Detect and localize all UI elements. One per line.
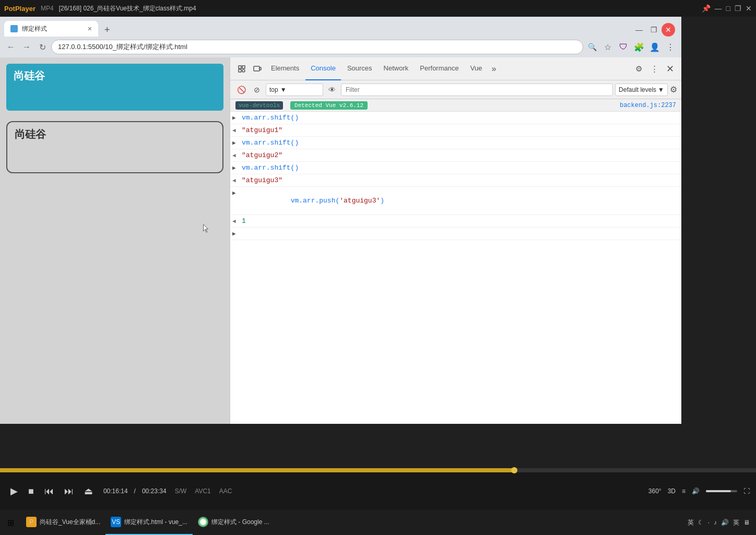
close-icon[interactable]: ✕ (746, 4, 752, 13)
console-row: ▶ vm.arr.shift() (230, 112, 681, 124)
zoom-icon[interactable]: 🔍 (585, 40, 599, 54)
devtools-close-button[interactable]: ✕ (663, 62, 677, 76)
shield-icon[interactable]: 🛡 (617, 40, 630, 54)
console-input-text: vm.arr.shift() (242, 113, 679, 123)
media-subtitle-icon[interactable]: ≡ (682, 488, 686, 495)
refresh-button[interactable]: ↻ (36, 40, 49, 54)
taskbar-item-chrome[interactable]: 绑定样式 - Google ... (193, 510, 275, 535)
tab-sources[interactable]: Sources (342, 57, 377, 80)
output-arrow: ◀ (232, 175, 242, 184)
stop-button[interactable]: ■ (24, 484, 38, 499)
restore-icon[interactable]: ❐ (735, 4, 741, 13)
play-button[interactable]: ▶ (6, 483, 22, 499)
svg-rect-0 (239, 66, 241, 68)
console-input-text: vm.arr.shift() (242, 138, 679, 148)
extensions-icon[interactable]: 🧩 (632, 40, 646, 54)
mouse-cursor (203, 224, 211, 233)
log-level-dropdown-icon: ▼ (658, 86, 664, 93)
total-time: 00:23:34 (142, 488, 167, 495)
taskbar-chrome-icon (198, 517, 208, 527)
media-fullscreen-icon[interactable]: ⛶ (743, 488, 750, 495)
video-codec: AVC1 (195, 488, 210, 495)
eye-button[interactable]: 👁 (325, 83, 339, 97)
volume-tray-icon[interactable]: 🔊 (721, 519, 729, 526)
console-output-text: "atguigu2" (242, 150, 679, 160)
browser-content: 尚硅谷 尚硅谷 Elements Console Sour (0, 57, 681, 424)
video-format: S/W (175, 488, 187, 495)
backend-link[interactable]: backend.js:2237 (620, 102, 676, 109)
media-buttons: ▶ ■ ⏮ ⏭ ⏏ 00:16:14 / 00:23:34 S/W AVC1 A… (0, 472, 756, 510)
media-volume-icon[interactable]: 🔊 (692, 488, 700, 495)
address-bar: ← → ↻ 🔍 ☆ 🛡 🧩 👤 ⋮ (0, 37, 681, 57)
monitor-icon[interactable]: 🖥 (743, 519, 750, 526)
filter-input[interactable] (341, 84, 613, 96)
context-dropdown-icon: ▼ (280, 86, 287, 93)
browser-restore[interactable]: ❐ (647, 23, 660, 37)
tab-vue[interactable]: Vue (465, 57, 488, 80)
svg-rect-2 (239, 69, 241, 72)
expand-arrow[interactable]: ▶ (232, 163, 242, 171)
tab-performance[interactable]: Performance (415, 57, 464, 80)
devtools-inspect-icon[interactable] (234, 62, 249, 76)
address-input[interactable] (51, 40, 583, 54)
console-settings-icon[interactable]: ⚙ (670, 85, 677, 94)
windows-icon: ⊞ (7, 518, 14, 528)
browser-window: 绑定样式 × + — ❐ ✕ ← → ↻ 🔍 ☆ 🛡 🧩 👤 ⋮ 尚硅谷 (0, 17, 681, 424)
profile-icon[interactable]: 👤 (648, 40, 662, 54)
volume-bar[interactable] (706, 490, 737, 492)
expand-arrow[interactable]: ▶ (232, 113, 242, 121)
prev-button[interactable]: ⏮ (40, 484, 58, 499)
potplayer-logo: PotPlayer (4, 5, 36, 13)
context-label: top (269, 86, 278, 93)
console-row[interactable]: ▶ (230, 228, 681, 240)
browser-close[interactable]: ✕ (662, 23, 675, 37)
tab-network[interactable]: Network (379, 57, 414, 80)
progress-knob[interactable] (511, 467, 517, 473)
taskbar-item-vscode[interactable]: VS 绑定样式.html - vue_... (105, 510, 193, 535)
code-part: ) (380, 197, 384, 205)
bookmark-icon[interactable]: ☆ (601, 40, 615, 54)
vue-outline-text: 尚硅谷 (15, 127, 46, 141)
devtools-settings-icon[interactable]: ⚙ (631, 62, 646, 76)
tab-elements[interactable]: Elements (266, 57, 304, 80)
expand-arrow: ▶ (232, 229, 242, 237)
maximize-icon[interactable]: □ (726, 4, 730, 13)
taskbar-system-tray: 英 ☾ · ♪ 🔊 英 🖥 (688, 518, 756, 527)
forward-button[interactable]: → (20, 40, 33, 54)
browser-minimize[interactable]: — (632, 23, 646, 37)
back-button[interactable]: ← (4, 40, 18, 54)
progress-bar[interactable] (0, 468, 756, 472)
output-arrow: ◀ (232, 150, 242, 159)
eject-button[interactable]: ⏏ (80, 483, 97, 499)
devtools-responsive-icon[interactable] (250, 62, 265, 76)
more-tabs-button[interactable]: » (488, 57, 499, 80)
minimize-icon[interactable]: — (715, 4, 722, 13)
expand-arrow[interactable]: ▶ (232, 138, 242, 146)
log-level-selector[interactable]: Default levels ▼ (615, 84, 668, 96)
potplayer-format: MP4 (41, 5, 54, 12)
taskbar-item-potplayer[interactable]: P 尚硅谷_Vue全家桶d... (21, 510, 105, 535)
console-prompt[interactable] (242, 229, 679, 239)
tab-favicon (10, 25, 18, 32)
start-button[interactable]: ⊞ (0, 510, 21, 535)
context-selector[interactable]: top ▼ (266, 84, 323, 96)
menu-icon[interactable]: ⋮ (664, 40, 677, 54)
progress-fill (0, 468, 514, 472)
active-tab[interactable]: 绑定样式 × (4, 21, 98, 37)
tab-console[interactable]: Console (305, 57, 341, 80)
vue-devtools-banner: vue-devtools Detected Vue v2.6.12 backen… (230, 99, 681, 112)
current-time: 00:16:14 (103, 488, 128, 495)
console-pause-button[interactable]: ⊘ (250, 83, 264, 97)
devtools-more-icon[interactable]: ⋮ (647, 62, 662, 76)
dot-icon: · (708, 519, 710, 526)
console-output-text: "atguigu1" (242, 125, 679, 135)
console-row: ◀ "atguigu2" (230, 149, 681, 162)
tab-close-button[interactable]: × (88, 25, 92, 33)
new-tab-button[interactable]: + (100, 23, 114, 37)
console-clear-button[interactable]: 🚫 (234, 83, 248, 97)
potplayer-titlebar: PotPlayer MP4 [26/168] 026_尚硅谷Vue技术_绑定cl… (0, 0, 756, 17)
expand-arrow[interactable]: ▶ (232, 188, 242, 196)
pin-icon[interactable]: 📌 (702, 4, 711, 13)
next-button[interactable]: ⏭ (60, 484, 78, 499)
svg-rect-1 (242, 66, 245, 68)
